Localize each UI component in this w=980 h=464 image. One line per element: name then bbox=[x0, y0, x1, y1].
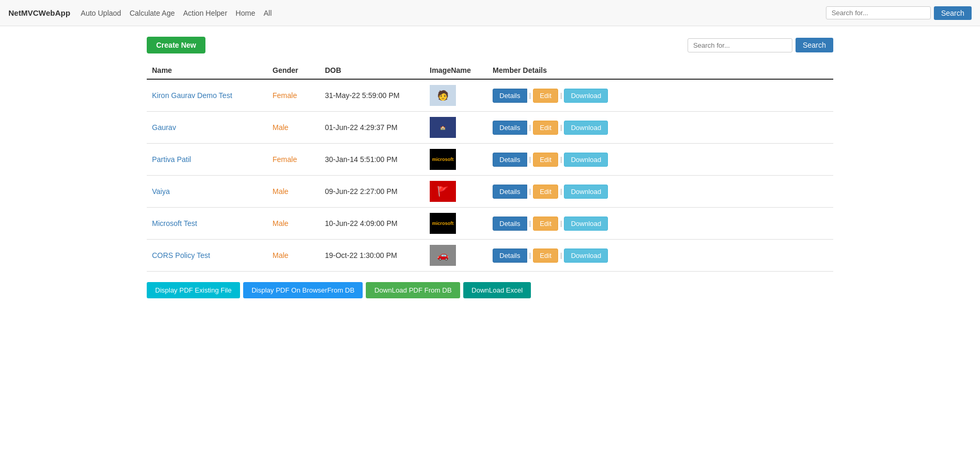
action-group: Details | Edit | Download bbox=[493, 249, 828, 263]
cell-name: Vaiya bbox=[147, 176, 267, 208]
navbar-link-calculate-age[interactable]: Calculate Age bbox=[129, 9, 175, 17]
edit-button[interactable]: Edit bbox=[533, 217, 558, 231]
cell-actions: Details | Edit | Download bbox=[487, 240, 833, 272]
create-new-button[interactable]: Create New bbox=[147, 37, 205, 53]
separator: | bbox=[527, 156, 533, 163]
separator: | bbox=[558, 124, 564, 131]
top-search-area: Search bbox=[688, 38, 833, 52]
top-row: Create New Search bbox=[147, 37, 833, 53]
edit-button[interactable]: Edit bbox=[533, 153, 558, 167]
navbar-search-input[interactable] bbox=[826, 6, 931, 19]
download-button[interactable]: Download bbox=[564, 89, 608, 103]
cell-image: 🚩 bbox=[424, 176, 487, 208]
details-button[interactable]: Details bbox=[493, 249, 527, 263]
top-search-button[interactable]: Search bbox=[796, 38, 833, 52]
navbar-search-area: Search bbox=[826, 6, 972, 20]
cell-name: Gaurav bbox=[147, 112, 267, 144]
cell-dob: 19-Oct-22 1:30:00 PM bbox=[320, 240, 424, 272]
cell-actions: Details | Edit | Download bbox=[487, 208, 833, 240]
main-content: Create New Search Name Gender DOB ImageN… bbox=[0, 26, 980, 309]
name-link[interactable]: Kiron Gaurav Demo Test bbox=[152, 91, 232, 100]
cell-actions: Details | Edit | Download bbox=[487, 79, 833, 112]
navbar-links: Auto Uplaod Calculate Age Action Helper … bbox=[81, 9, 826, 17]
cell-dob: 10-Jun-22 4:09:00 PM bbox=[320, 208, 424, 240]
col-header-gender: Gender bbox=[267, 62, 320, 79]
navbar-search-button[interactable]: Search bbox=[934, 6, 972, 20]
navbar-link-auto-upload[interactable]: Auto Uplaod bbox=[81, 9, 121, 17]
separator: | bbox=[527, 188, 533, 195]
display-pdf-existing-button[interactable]: Display PDF Existing File bbox=[147, 282, 240, 298]
cell-image: 🏫 bbox=[424, 112, 487, 144]
separator: | bbox=[558, 252, 564, 259]
download-excel-button[interactable]: DownLoad Excel bbox=[463, 282, 531, 298]
table-row: Vaiya Male 09-Jun-22 2:27:00 PM 🚩 Detail… bbox=[147, 176, 833, 208]
image-thumbnail: microsoft bbox=[430, 149, 456, 170]
download-button[interactable]: Download bbox=[564, 249, 608, 263]
separator: | bbox=[527, 252, 533, 259]
separator: | bbox=[527, 220, 533, 227]
details-button[interactable]: Details bbox=[493, 89, 527, 103]
navbar-link-all[interactable]: All bbox=[264, 9, 272, 17]
download-pdf-db-button[interactable]: DownLoad PDF From DB bbox=[366, 282, 460, 298]
details-button[interactable]: Details bbox=[493, 185, 527, 199]
action-group: Details | Edit | Download bbox=[493, 185, 828, 199]
col-header-member-details: Member Details bbox=[487, 62, 833, 79]
action-group: Details | Edit | Download bbox=[493, 89, 828, 103]
cell-gender: Male bbox=[267, 208, 320, 240]
name-link[interactable]: Vaiya bbox=[152, 187, 170, 196]
table-row: Partiva Patil Female 30-Jan-14 5:51:00 P… bbox=[147, 144, 833, 176]
cell-actions: Details | Edit | Download bbox=[487, 144, 833, 176]
details-button[interactable]: Details bbox=[493, 217, 527, 231]
cell-actions: Details | Edit | Download bbox=[487, 112, 833, 144]
table-row: CORS Policy Test Male 19-Oct-22 1:30:00 … bbox=[147, 240, 833, 272]
table-row: Microsoft Test Male 10-Jun-22 4:09:00 PM… bbox=[147, 208, 833, 240]
table-row: Gaurav Male 01-Jun-22 4:29:37 PM 🏫 Detai… bbox=[147, 112, 833, 144]
image-thumbnail: 🚗 bbox=[430, 245, 456, 266]
cell-dob: 31-May-22 5:59:00 PM bbox=[320, 79, 424, 112]
cell-image: microsoft bbox=[424, 208, 487, 240]
name-link[interactable]: CORS Policy Test bbox=[152, 251, 210, 260]
name-link[interactable]: Microsoft Test bbox=[152, 219, 197, 228]
cell-name: Kiron Gaurav Demo Test bbox=[147, 79, 267, 112]
navbar: NetMVCWebApp Auto Uplaod Calculate Age A… bbox=[0, 0, 980, 26]
cell-gender: Male bbox=[267, 176, 320, 208]
separator: | bbox=[558, 92, 564, 99]
separator: | bbox=[527, 92, 533, 99]
image-thumbnail: 🧑 bbox=[430, 85, 456, 106]
image-thumbnail: microsoft bbox=[430, 213, 456, 234]
image-thumbnail: 🚩 bbox=[430, 181, 456, 202]
edit-button[interactable]: Edit bbox=[533, 89, 558, 103]
separator: | bbox=[558, 156, 564, 163]
download-button[interactable]: Download bbox=[564, 217, 608, 231]
cell-dob: 09-Jun-22 2:27:00 PM bbox=[320, 176, 424, 208]
name-link[interactable]: Partiva Patil bbox=[152, 155, 191, 164]
table-row: Kiron Gaurav Demo Test Female 31-May-22 … bbox=[147, 79, 833, 112]
navbar-brand: NetMVCWebApp bbox=[8, 8, 70, 17]
cell-gender: Female bbox=[267, 79, 320, 112]
cell-gender: Female bbox=[267, 144, 320, 176]
display-pdf-browser-button[interactable]: Display PDF On BrowserFrom DB bbox=[243, 282, 363, 298]
download-button[interactable]: Download bbox=[564, 121, 608, 135]
download-button[interactable]: Download bbox=[564, 185, 608, 199]
cell-actions: Details | Edit | Download bbox=[487, 176, 833, 208]
edit-button[interactable]: Edit bbox=[533, 121, 558, 135]
name-link[interactable]: Gaurav bbox=[152, 123, 176, 132]
details-button[interactable]: Details bbox=[493, 121, 527, 135]
bottom-buttons: Display PDF Existing File Display PDF On… bbox=[147, 282, 833, 298]
member-table: Name Gender DOB ImageName Member Details… bbox=[147, 62, 833, 272]
action-group: Details | Edit | Download bbox=[493, 217, 828, 231]
cell-name: Microsoft Test bbox=[147, 208, 267, 240]
download-button[interactable]: Download bbox=[564, 153, 608, 167]
edit-button[interactable]: Edit bbox=[533, 249, 558, 263]
cell-dob: 30-Jan-14 5:51:00 PM bbox=[320, 144, 424, 176]
cell-gender: Male bbox=[267, 112, 320, 144]
edit-button[interactable]: Edit bbox=[533, 185, 558, 199]
navbar-link-action-helper[interactable]: Action Helper bbox=[183, 9, 227, 17]
cell-image: 🚗 bbox=[424, 240, 487, 272]
col-header-image: ImageName bbox=[424, 62, 487, 79]
top-search-input[interactable] bbox=[688, 38, 792, 52]
separator: | bbox=[558, 220, 564, 227]
cell-name: CORS Policy Test bbox=[147, 240, 267, 272]
navbar-link-home[interactable]: Home bbox=[236, 9, 255, 17]
details-button[interactable]: Details bbox=[493, 153, 527, 167]
